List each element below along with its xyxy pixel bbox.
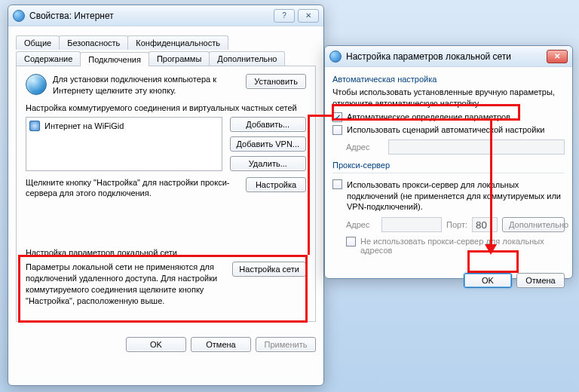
connections-listbox[interactable]: Интернет на WiFiGid — [26, 117, 222, 171]
bypass-local-checkbox — [346, 237, 356, 247]
lan-description: Параметры локальной сети не применяются … — [26, 262, 226, 306]
help-button[interactable]: ? — [274, 9, 295, 23]
use-proxy-checkbox[interactable] — [332, 179, 342, 189]
auto-detect-checkbox[interactable]: ✓ — [332, 112, 342, 122]
lan-settings-button[interactable]: Настройка сети — [232, 262, 306, 277]
internet-icon — [329, 51, 342, 63]
ok-button[interactable]: OK — [126, 337, 186, 352]
cancel-button[interactable]: Отмена — [191, 337, 251, 352]
add-vpn-button[interactable]: Добавить VPN... — [230, 136, 306, 152]
window-title: Свойства: Интернет — [29, 11, 114, 21]
setup-button[interactable]: Установить — [246, 74, 306, 89]
tab-connections[interactable]: Подключения — [80, 52, 149, 66]
dialup-section-label: Настройка коммутируемого соединения и ви… — [26, 103, 306, 114]
tabs: Общие Безопасность Конфиденциальность Со… — [16, 34, 316, 66]
internet-icon — [13, 10, 25, 22]
auto-detect-label: Автоматическое определение параметров — [347, 112, 565, 121]
add-button[interactable]: Добавить... — [230, 117, 306, 132]
close-button[interactable]: ✕ — [298, 9, 319, 23]
proxy-port-label: Порт: — [446, 220, 467, 229]
proxy-hint: Щелкните кнопку "Настройка" для настройк… — [26, 177, 240, 200]
connection-icon — [29, 121, 40, 131]
bypass-local-label: Не использовать прокси-сервер для локаль… — [360, 237, 565, 255]
tab-security[interactable]: Безопасность — [59, 35, 128, 50]
titlebar: Свойства: Интернет ? ✕ — [8, 5, 323, 26]
setup-description: Для установки подключения компьютера к И… — [53, 74, 240, 96]
globe-icon — [26, 74, 47, 95]
script-address-label: Адрес — [346, 142, 384, 152]
proxy-address-input — [381, 217, 442, 232]
proxy-group-title: Прокси-сервер — [332, 161, 565, 170]
auto-group-desc: Чтобы использовать установленные вручную… — [332, 87, 565, 109]
remove-button[interactable]: Удалить... — [230, 156, 306, 171]
proxy-address-label: Адрес — [346, 220, 377, 229]
ok-button[interactable]: OK — [464, 273, 512, 288]
proxy-advanced-button[interactable]: Дополнительно — [502, 217, 565, 232]
tab-general[interactable]: Общие — [16, 35, 60, 50]
list-item[interactable]: Интернет на WiFiGid — [29, 121, 219, 131]
auto-group-title: Автоматическая настройка — [332, 75, 565, 84]
tab-content[interactable]: Содержание — [16, 51, 81, 66]
tab-privacy[interactable]: Конфиденциальность — [127, 35, 228, 50]
settings-button[interactable]: Настройка — [246, 177, 306, 192]
lan-settings-window: Настройка параметров локальной сети ✕ Ав… — [324, 45, 573, 279]
script-address-input — [388, 139, 565, 155]
connection-name: Интернет на WiFiGid — [44, 121, 124, 130]
titlebar: Настройка параметров локальной сети ✕ — [325, 46, 572, 67]
use-script-label: Использовать сценарий автоматической нас… — [347, 125, 565, 134]
internet-properties-window: Свойства: Интернет ? ✕ Общие Безопасност… — [8, 5, 324, 386]
cancel-button[interactable]: Отмена — [516, 273, 565, 288]
lan-section-label: Настройка параметров локальной сети — [26, 247, 306, 259]
use-proxy-label: Использовать прокси-сервер для локальных… — [347, 179, 565, 213]
tab-advanced[interactable]: Дополнительно — [209, 51, 285, 66]
apply-button[interactable]: Применить — [256, 337, 316, 352]
proxy-port-input — [472, 217, 498, 232]
window-title: Настройка параметров локальной сети — [346, 51, 511, 62]
use-script-checkbox[interactable] — [332, 125, 342, 135]
tab-programs[interactable]: Программы — [149, 51, 210, 66]
close-button[interactable]: ✕ — [547, 50, 568, 63]
